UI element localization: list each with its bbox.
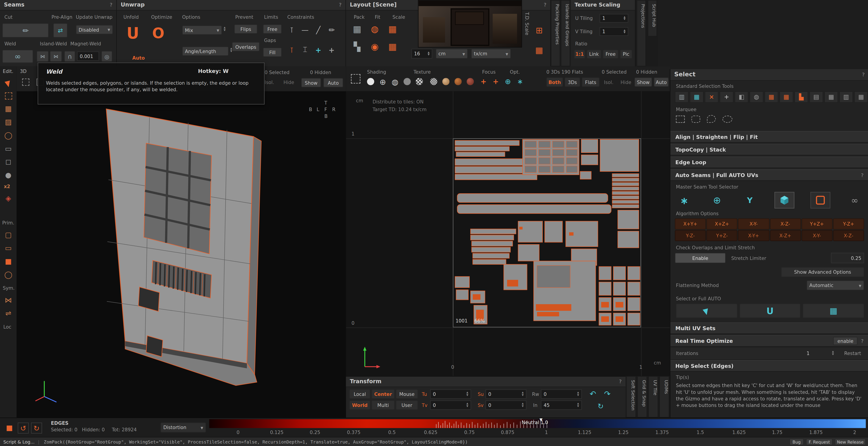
algo-ypzm-button[interactable]: Y+Z-: [706, 230, 738, 241]
weld-tool-button[interactable]: ∞: [2, 50, 33, 63]
pack-tool-icon[interactable]: ▦: [350, 22, 364, 35]
tab-grid-snap[interactable]: Grid & Snap: [637, 376, 647, 417]
optimize-tool-button[interactable]: O: [149, 23, 168, 43]
texture-skin-icon[interactable]: [441, 77, 451, 86]
texture-preview-thumbnail[interactable]: [418, 0, 522, 48]
sv-field[interactable]: 0▲▼: [486, 400, 526, 410]
3d-isolate-button[interactable]: Isol.: [265, 80, 274, 85]
v-tiling-spinner[interactable]: ▲▼: [624, 29, 625, 34]
algo-ypzp-button[interactable]: Y+Z+: [801, 218, 833, 230]
show-advanced-options-button[interactable]: Show Advanced Options: [781, 267, 864, 277]
refresh-icon[interactable]: ↻: [31, 422, 42, 434]
neutral-marker-icon[interactable]: ▼: [539, 417, 542, 422]
script-log-button[interactable]: Script & Log...: [0, 440, 38, 444]
shading-checker-icon[interactable]: [414, 77, 424, 86]
viewcube-bottom[interactable]: B: [324, 113, 328, 119]
magnet-weld-button[interactable]: ∩: [64, 51, 75, 62]
bug-report-button[interactable]: Bug: [789, 439, 804, 445]
space-local-button[interactable]: Local: [349, 389, 370, 399]
rw-field[interactable]: 0▲▼: [541, 389, 582, 399]
viewcube-left[interactable]: L: [317, 107, 319, 112]
marquee-rounded-icon[interactable]: [691, 115, 700, 123]
select-grid-icon[interactable]: ▦: [690, 91, 704, 103]
redo-icon[interactable]: ↷: [602, 389, 613, 399]
undo-icon[interactable]: ↶: [587, 389, 598, 399]
pivot-multi-button[interactable]: Multi: [371, 400, 395, 410]
ratio-link-button[interactable]: Link: [587, 50, 601, 59]
seam-asterisk-tool-icon[interactable]: ∗: [676, 193, 692, 208]
select-grid4-icon[interactable]: ▥: [839, 91, 853, 103]
td-scale-pick-icon[interactable]: ⊞: [533, 24, 545, 37]
shading-wire-icon[interactable]: ⊕: [378, 77, 388, 86]
scale-alt-icon[interactable]: ▦: [386, 40, 399, 53]
focus-selected-icon[interactable]: +: [491, 77, 500, 86]
tv-field[interactable]: 0▲▼: [430, 400, 471, 410]
select-half-icon[interactable]: ◧: [735, 91, 748, 103]
marquee-rect-icon[interactable]: [676, 115, 685, 123]
tab-uv-tile[interactable]: UV Tile: [648, 376, 658, 417]
transform-help-button[interactable]: ?: [619, 377, 622, 387]
pin-orange-icon[interactable]: ⊺: [286, 44, 297, 55]
update-unwrap-dropdown[interactable]: Disabled ▼: [76, 25, 113, 34]
add-constraint-icon[interactable]: +: [313, 44, 324, 55]
3d-auto-button[interactable]: Auto: [323, 78, 343, 88]
iterations-value[interactable]: 1: [807, 351, 809, 356]
shading-flat-icon[interactable]: [366, 77, 375, 86]
magnet-weld-options-button[interactable]: ◎: [101, 51, 112, 62]
cube-icon[interactable]: ◻: [3, 157, 13, 166]
fit-alt-icon[interactable]: ◉: [368, 40, 381, 53]
marquee-select-icon[interactable]: [4, 92, 12, 100]
density-dropdown[interactable]: tx/cm ▼: [471, 49, 511, 59]
uv-canvas[interactable]: cm Distribute to tiles: ON Target TD: 10…: [346, 91, 670, 376]
restart-button[interactable]: Restart: [844, 351, 861, 356]
distortion-gradient[interactable]: Neutral 1.0 ▼: [209, 419, 866, 428]
cut-tool-button[interactable]: ✎: [2, 23, 49, 38]
auto-seams-header[interactable]: Auto Seams | Full AUTO UVs ?: [671, 169, 868, 181]
deselect-all-icon[interactable]: ×: [705, 91, 719, 103]
viewcube-top[interactable]: T: [324, 100, 327, 105]
stop-icon[interactable]: ■: [4, 422, 14, 433]
algo-ymzm-button[interactable]: Y-Z-: [675, 230, 706, 241]
space-world-button[interactable]: World: [349, 400, 370, 410]
rect-primitive-icon[interactable]: ▭: [3, 243, 13, 252]
select-help-button[interactable]: ?: [862, 69, 865, 80]
v-tiling-field[interactable]: 1 ▲▼: [599, 27, 628, 36]
prevent-overlaps-button[interactable]: Overlaps: [232, 42, 259, 52]
select-rows-icon[interactable]: ▤: [809, 91, 823, 103]
focus-all-icon[interactable]: +: [479, 77, 488, 86]
unwrap-mix-dropdown[interactable]: Mix ▼: [182, 26, 222, 35]
algo-xpzp-button[interactable]: X+Z+: [706, 218, 738, 230]
feature-request-button[interactable]: F. Request: [806, 439, 833, 445]
ratio-pic-button[interactable]: Pic: [620, 50, 632, 59]
3d-hide-button[interactable]: Hide: [283, 80, 294, 85]
loop-icon[interactable]: ↺: [18, 422, 29, 434]
uv-hide-button[interactable]: Hide: [620, 80, 631, 85]
unfold-tool-button[interactable]: U: [123, 23, 142, 43]
filter-both-button[interactable]: Both: [546, 77, 563, 87]
pivot-mouse-button[interactable]: Mouse: [396, 389, 418, 399]
viewcube-right[interactable]: R: [332, 107, 335, 112]
square-primitive-icon[interactable]: ▢: [3, 230, 13, 239]
select-island-grid2-icon[interactable]: ▦: [779, 91, 793, 103]
u-tiling-spinner[interactable]: ▲▼: [624, 16, 625, 21]
map-size-field[interactable]: 16 ▲▼: [411, 49, 432, 59]
filled-square-primitive-icon[interactable]: ■: [3, 256, 13, 265]
map-size-spinner[interactable]: ▲▼: [428, 51, 430, 56]
paint-select-icon[interactable]: ▨: [3, 117, 13, 126]
tab-packing-properties[interactable]: Packing Properties: [551, 0, 560, 66]
ratio-free-button[interactable]: Free: [603, 50, 618, 59]
tab-projections[interactable]: Projections: [637, 0, 646, 66]
uv-auto-button[interactable]: Auto: [654, 77, 669, 87]
ibeam-icon[interactable]: ⌶: [300, 44, 311, 55]
select-grid3-icon[interactable]: ▦: [825, 91, 838, 103]
iterations-spinner[interactable]: ▲▼: [832, 351, 834, 356]
diagonal-constraint-icon[interactable]: ╱: [313, 24, 324, 35]
select-corner-icon[interactable]: ▙: [794, 91, 808, 103]
optimize-snowflake-icon[interactable]: ∗: [515, 77, 525, 86]
enable-overlap-check-button[interactable]: Enable: [675, 253, 725, 263]
filter-flats-button[interactable]: Flats: [582, 77, 599, 87]
real-time-optimize-header[interactable]: Real Time Optimize enable ?: [671, 335, 868, 347]
select-island-grid-icon[interactable]: ▦: [765, 91, 778, 103]
cylinder-icon[interactable]: ▭: [3, 144, 13, 153]
remove-constraint-icon[interactable]: +: [326, 44, 337, 55]
